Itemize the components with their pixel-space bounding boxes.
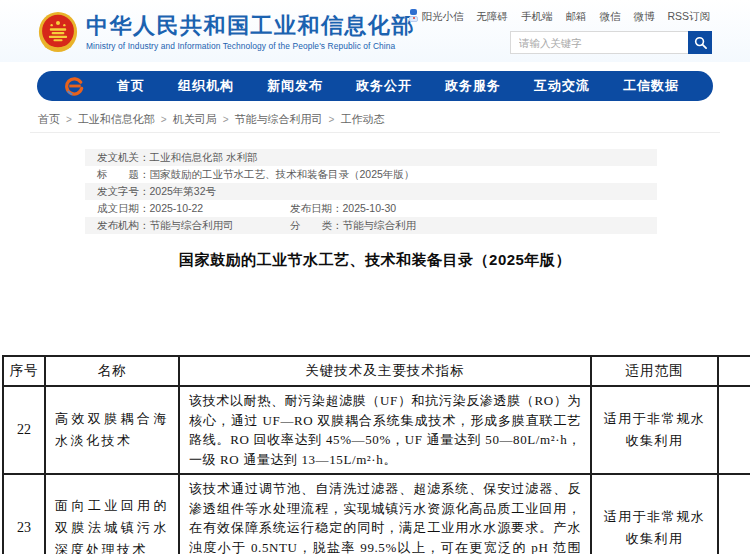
link-sunshine-assistant[interactable]: 阳光小信	[409, 9, 463, 24]
table-row: 22 高效双膜耦合海水淡化技术 该技术以耐热、耐污染超滤膜（UF）和抗污染反渗透…	[3, 386, 750, 474]
utility-links: 阳光小信 无障碍 手机端 邮箱 微信 微博 RSS订阅	[409, 9, 710, 24]
meta-value: 节能与综合利用	[343, 217, 417, 234]
cell-name: 高效双膜耦合海水淡化技术	[45, 386, 179, 474]
meta-value: 2025-10-30	[343, 200, 397, 217]
link-wechat[interactable]: 微信	[599, 10, 620, 24]
cell-spec: 该技术通过调节池、自清洗过滤器、超滤系统、保安过滤器、反渗透组件等水处理流程，实…	[179, 474, 591, 554]
ministry-name-cn: 中华人民共和国工业和信息化部	[86, 13, 415, 39]
link-mailbox[interactable]: 邮箱	[565, 10, 586, 24]
cell-spec: 该技术以耐热、耐污染超滤膜（UF）和抗污染反渗透膜（RO）为核心，通过 UF—R…	[179, 386, 591, 474]
breadcrumb-home[interactable]: 首页	[38, 112, 60, 127]
nav-item-home[interactable]: 首页	[117, 77, 145, 95]
divider	[30, 132, 720, 133]
col-header-scope: 适用范围	[591, 356, 718, 386]
meta-value: 国家鼓励的工业节水工艺、技术和装备目录（2025年版）	[150, 166, 415, 183]
meta-label: 发布日期：	[290, 200, 343, 217]
meta-label: 发布机构：	[97, 217, 150, 234]
breadcrumb-departments[interactable]: 机关司局	[173, 112, 217, 127]
col-header-index: 序号	[3, 356, 45, 386]
breadcrumb-work-updates[interactable]: 工作动态	[340, 112, 384, 127]
catalog-table: 序号 名称 关键技术及主要技术指标 适用范围 22 高效双膜耦合海水淡化技术 该…	[2, 355, 750, 554]
national-emblem-icon	[38, 11, 78, 53]
cell-clipped	[718, 386, 750, 474]
nav-item-news[interactable]: 新闻发布	[267, 77, 323, 95]
breadcrumb-miit[interactable]: 工业和信息化部	[78, 112, 155, 127]
miit-logo-icon	[65, 77, 84, 96]
breadcrumb-separator: >	[161, 114, 167, 125]
nav-item-gov-disclosure[interactable]: 政务公开	[356, 77, 412, 95]
table-header-row: 序号 名称 关键技术及主要技术指标 适用范围	[3, 356, 750, 386]
cell-index: 22	[3, 386, 45, 474]
nav-item-miit-data[interactable]: 工信数据	[623, 77, 679, 95]
meta-row-issuing-org: 发文机关： 工业和信息化部 水利部	[85, 149, 657, 166]
ministry-name-en: Ministry of Industry and Information Tec…	[86, 41, 415, 51]
cell-clipped	[718, 474, 750, 554]
meta-label: 标 题：	[97, 166, 150, 183]
nav-item-organization[interactable]: 组织机构	[178, 77, 234, 95]
col-header-name: 名称	[45, 356, 179, 386]
cell-scope: 适用于非常规水收集利用	[591, 386, 718, 474]
meta-row-doc-number: 发文字号： 2025年第32号	[85, 183, 657, 200]
breadcrumb-separator: >	[329, 114, 335, 125]
meta-label: 发文机关：	[97, 149, 150, 166]
meta-value: 2025年第32号	[150, 183, 217, 200]
page-title: 国家鼓励的工业节水工艺、技术和装备目录（2025年版）	[0, 251, 750, 270]
breadcrumb-separator: >	[66, 114, 72, 125]
nav-item-gov-services[interactable]: 政务服务	[445, 77, 501, 95]
col-header-spec: 关键技术及主要技术指标	[179, 356, 591, 386]
breadcrumb-separator: >	[223, 114, 229, 125]
cell-index: 23	[3, 474, 45, 554]
nav-item-interaction[interactable]: 互动交流	[534, 77, 590, 95]
main-nav: 首页 组织机构 新闻发布 政务公开 政务服务 互动交流 工信数据	[37, 71, 713, 101]
site-header: 中华人民共和国工业和信息化部 Ministry of Industry and …	[0, 0, 750, 62]
table-row: 23 面向工业回用的双膜法城镇污水深度处理技术 该技术通过调节池、自清洗过滤器、…	[3, 474, 750, 554]
search-bar	[510, 31, 712, 54]
meta-value: 节能与综合利用司	[150, 217, 234, 234]
meta-row-title: 标 题： 国家鼓励的工业节水工艺、技术和装备目录（2025年版）	[85, 166, 657, 183]
meta-value: 2025-10-22	[150, 200, 204, 217]
link-rss[interactable]: RSS订阅	[667, 10, 710, 24]
breadcrumb-energy-dept[interactable]: 节能与综合利用司	[235, 112, 323, 127]
meta-label: 分 类：	[290, 217, 343, 234]
meta-row-publisher: 发布机构： 节能与综合利用司 分 类： 节能与综合利用	[85, 217, 657, 234]
link-weibo[interactable]: 微博	[633, 10, 654, 24]
meta-label: 成文日期：	[97, 200, 150, 217]
cell-name: 面向工业回用的双膜法城镇污水深度处理技术	[45, 474, 179, 554]
link-accessibility[interactable]: 无障碍	[476, 10, 508, 24]
breadcrumb: 首页 > 工业和信息化部 > 机关司局 > 节能与综合利用司 > 工作动态	[38, 112, 384, 127]
search-icon	[694, 36, 707, 49]
link-mobile[interactable]: 手机端	[521, 10, 553, 24]
document-meta: 发文机关： 工业和信息化部 水利部 标 题： 国家鼓励的工业节水工艺、技术和装备…	[85, 149, 657, 234]
assistant-robot-icon	[409, 9, 418, 22]
cell-scope: 适用于非常规水收集利用	[591, 474, 718, 554]
search-button[interactable]	[688, 31, 712, 54]
meta-value: 工业和信息化部 水利部	[150, 149, 258, 166]
search-input[interactable]	[510, 31, 688, 54]
col-header-clipped	[718, 356, 750, 386]
meta-row-dates: 成文日期： 2025-10-22 发布日期： 2025-10-30	[85, 200, 657, 217]
meta-label: 发文字号：	[97, 183, 150, 200]
